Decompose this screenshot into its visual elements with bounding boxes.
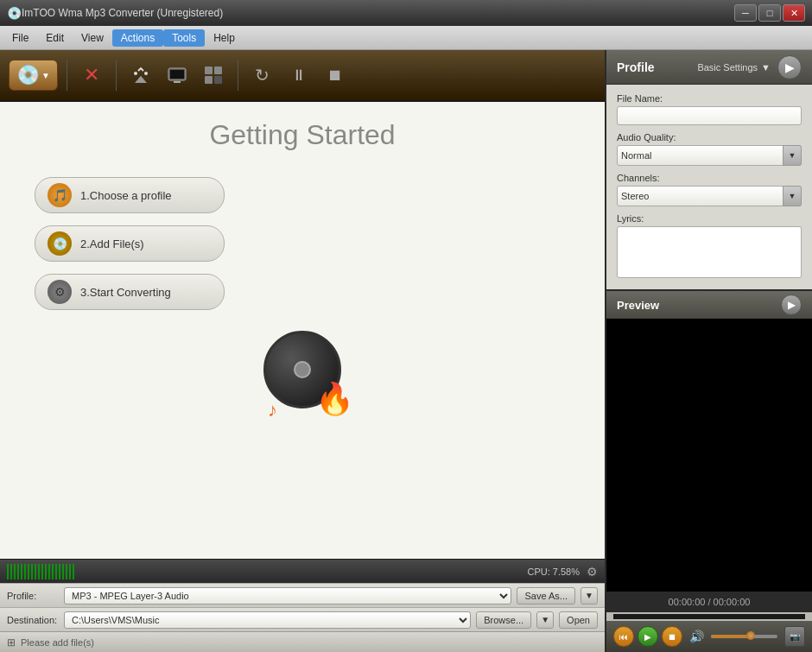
stop-btn[interactable]: ⏹: [320, 60, 351, 91]
add-file-btn[interactable]: 💿 ▼: [9, 60, 58, 91]
cd-icon-area: 🔥 ♪: [263, 331, 341, 408]
choose-profile-btn[interactable]: 🎵 1.Choose a profile: [35, 177, 225, 213]
main-layout: 💿 ▼ ✕ ↻ ⏸ ⏹ Getting Started: [0, 50, 812, 652]
step2-icon: 💿: [48, 231, 72, 256]
volume-fill: [711, 635, 751, 638]
step1-icon: 🎵: [48, 183, 72, 207]
volume-slider[interactable]: [711, 635, 777, 638]
svg-rect-5: [205, 76, 213, 84]
preview-section: Preview ▶ 00:00:00 / 00:00:00 ⏮ ▶ ⏹ 🔊 📷: [606, 289, 812, 652]
preview-controls: ⏮ ▶ ⏹ 🔊 📷: [606, 621, 812, 652]
remove-btn[interactable]: ✕: [76, 60, 107, 91]
play-btn[interactable]: ▶: [638, 626, 658, 647]
preview-time: 00:00:00 / 00:00:00: [606, 592, 812, 612]
convert-btn[interactable]: ↻: [247, 60, 278, 91]
waveform: [7, 564, 76, 579]
statusbar: CPU: 7.58% ⚙: [0, 559, 605, 583]
menu-file[interactable]: File: [3, 29, 37, 47]
svg-rect-1: [170, 70, 184, 79]
window-controls: ─ □ ✕: [734, 4, 805, 22]
lyrics-label: Lyrics:: [617, 213, 802, 224]
close-button[interactable]: ✕: [783, 4, 805, 22]
profile-select[interactable]: MP3 - MPEG Layer-3 Audio: [64, 587, 511, 605]
dest-label: Destination:: [7, 615, 59, 625]
cpu-info: CPU: 7.58%: [527, 567, 580, 577]
music-note-icon: ♪: [268, 399, 277, 421]
snapshot-btn[interactable]: 📷: [784, 626, 805, 647]
step2-label: 2.Add File(s): [80, 237, 144, 250]
preview-next-btn[interactable]: ▶: [781, 294, 802, 315]
toolbar-separator-3: [238, 60, 238, 91]
notice-text: Please add file(s): [21, 637, 94, 648]
profile-next-btn[interactable]: ▶: [777, 55, 802, 79]
menu-view[interactable]: View: [73, 29, 112, 47]
menu-actions[interactable]: Actions: [112, 29, 163, 47]
volume-icon: 🔊: [689, 630, 704, 643]
svg-rect-4: [214, 66, 222, 74]
cut-btn[interactable]: [125, 60, 156, 91]
step3-label: 3.Start Converting: [80, 286, 171, 299]
prev-btn[interactable]: ⏮: [613, 626, 634, 647]
profile-bar: Profile: MP3 - MPEG Layer-3 Audio Save A…: [0, 583, 605, 607]
left-panel: 💿 ▼ ✕ ↻ ⏸ ⏹ Getting Started: [0, 50, 605, 652]
settings-icon[interactable]: ⚙: [587, 565, 598, 579]
stop-ctrl-btn[interactable]: ⏹: [662, 626, 682, 647]
cd-center: [294, 361, 311, 378]
channels-select[interactable]: Stereo Mono: [617, 186, 802, 206]
notice-icon: ⊞: [7, 636, 16, 649]
audio-quality-label: Audio Quality:: [617, 132, 802, 142]
content-area: Getting Started 🎵 1.Choose a profile 💿 2…: [0, 102, 605, 559]
minimize-button[interactable]: ─: [734, 4, 757, 22]
preview-header: Preview ▶: [606, 291, 812, 319]
profile-form: File Name: Audio Quality: Normal Low Hig…: [606, 85, 812, 289]
lyrics-textarea[interactable]: [617, 226, 802, 278]
app-title: ImTOO Wma Mp3 Converter (Unregistered): [22, 7, 223, 19]
flame-icon: 🔥: [315, 381, 354, 417]
toolbar-separator-1: [67, 60, 67, 91]
basic-settings-dropdown-icon: ▼: [761, 62, 771, 73]
start-converting-btn[interactable]: ⚙ 3.Start Converting: [35, 274, 225, 310]
channels-wrapper: Stereo Mono ▼: [617, 186, 802, 206]
toolbar-separator-2: [116, 60, 117, 91]
basic-settings-label: Basic Settings: [697, 62, 758, 73]
effect-btn[interactable]: [198, 60, 229, 91]
profile-label: Profile:: [7, 591, 59, 601]
pause-btn[interactable]: ⏸: [283, 60, 314, 91]
step1-label: 1.Choose a profile: [80, 189, 172, 202]
volume-thumb: [746, 631, 755, 640]
file-name-label: File Name:: [617, 93, 802, 104]
audio-quality-select[interactable]: Normal Low High Very High: [617, 145, 802, 166]
file-name-input[interactable]: [617, 106, 802, 125]
menu-tools[interactable]: Tools: [163, 29, 205, 47]
channels-label: Channels:: [617, 173, 802, 183]
open-btn[interactable]: Open: [559, 611, 598, 629]
dest-dropdown-btn[interactable]: ▼: [536, 611, 554, 629]
preview-title: Preview: [617, 299, 659, 312]
toolbar: 💿 ▼ ✕ ↻ ⏸ ⏹: [0, 50, 605, 102]
dest-bar: Destination: C:\Users\VMS\Music Browse..…: [0, 607, 605, 631]
profile-header: Profile Basic Settings ▼ ▶: [606, 50, 812, 85]
add-file-icon: 💿: [16, 64, 40, 86]
right-panel: Profile Basic Settings ▼ ▶ File Name: Au…: [605, 50, 812, 652]
menu-edit[interactable]: Edit: [37, 29, 73, 47]
add-dropdown-arrow[interactable]: ▼: [41, 71, 50, 80]
maximize-button[interactable]: □: [758, 4, 781, 22]
menubar: File Edit View Actions Tools Help: [0, 26, 812, 50]
app-icon: 💿: [7, 6, 22, 20]
audio-quality-wrapper: Normal Low High Very High ▼: [617, 145, 802, 166]
titlebar: 💿 ImTOO Wma Mp3 Converter (Unregistered)…: [0, 0, 812, 26]
save-as-btn[interactable]: Save As...: [517, 587, 575, 605]
step3-icon: ⚙: [48, 280, 72, 304]
add-files-btn[interactable]: 💿 2.Add File(s): [35, 225, 225, 262]
add-file-notice: ⊞ Please add file(s): [0, 631, 605, 652]
edit-btn[interactable]: [162, 60, 193, 91]
menu-help[interactable]: Help: [205, 29, 244, 47]
browse-btn[interactable]: Browse...: [476, 611, 531, 629]
preview-screen: [606, 319, 812, 592]
svg-rect-6: [214, 76, 222, 84]
dest-select[interactable]: C:\Users\VMS\Music: [64, 611, 471, 629]
profile-title: Profile: [617, 60, 655, 74]
basic-settings-btn[interactable]: Basic Settings ▼: [697, 62, 771, 73]
profile-dropdown-btn[interactable]: ▼: [580, 587, 598, 605]
getting-started-title: Getting Started: [209, 119, 395, 151]
